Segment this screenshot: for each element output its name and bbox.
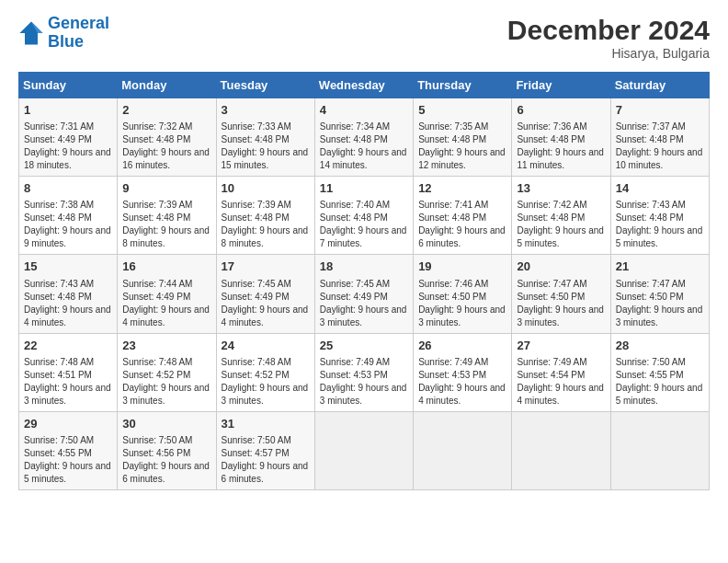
list-item: [610, 411, 709, 489]
list-item: 25 Sunrise: 7:49 AMSunset: 4:53 PMDaylig…: [314, 333, 413, 411]
list-item: 20 Sunrise: 7:47 AMSunset: 4:50 PMDaylig…: [512, 255, 610, 333]
list-item: 1 Sunrise: 7:31 AMSunset: 4:49 PMDayligh…: [19, 98, 118, 177]
list-item: 28 Sunrise: 7:50 AMSunset: 4:55 PMDaylig…: [610, 333, 709, 411]
list-item: 29 Sunrise: 7:50 AMSunset: 4:55 PMDaylig…: [19, 411, 118, 489]
list-item: [414, 411, 512, 489]
logo-general: General: [48, 14, 109, 32]
logo-text: General Blue: [48, 15, 109, 52]
list-item: 3 Sunrise: 7:33 AMSunset: 4:48 PMDayligh…: [216, 98, 314, 177]
logo-blue: Blue: [48, 33, 109, 52]
table-row: 22 Sunrise: 7:48 AMSunset: 4:51 PMDaylig…: [19, 333, 710, 411]
logo: General Blue: [18, 15, 109, 52]
list-item: 2 Sunrise: 7:32 AMSunset: 4:48 PMDayligh…: [118, 98, 216, 177]
col-tuesday: Tuesday: [216, 73, 314, 98]
list-item: 21 Sunrise: 7:47 AMSunset: 4:50 PMDaylig…: [610, 255, 709, 333]
list-item: 23 Sunrise: 7:48 AMSunset: 4:52 PMDaylig…: [118, 333, 216, 411]
list-item: 7 Sunrise: 7:37 AMSunset: 4:48 PMDayligh…: [610, 98, 709, 177]
col-friday: Friday: [512, 73, 610, 98]
list-item: 27 Sunrise: 7:49 AMSunset: 4:54 PMDaylig…: [512, 333, 610, 411]
list-item: 10 Sunrise: 7:39 AMSunset: 4:48 PMDaylig…: [216, 177, 314, 255]
list-item: 22 Sunrise: 7:48 AMSunset: 4:51 PMDaylig…: [19, 333, 118, 411]
list-item: [512, 411, 610, 489]
list-item: 30 Sunrise: 7:50 AMSunset: 4:56 PMDaylig…: [118, 411, 216, 489]
list-item: 24 Sunrise: 7:48 AMSunset: 4:52 PMDaylig…: [216, 333, 314, 411]
month-title: December 2024: [507, 15, 710, 46]
list-item: 9 Sunrise: 7:39 AMSunset: 4:48 PMDayligh…: [118, 177, 216, 255]
list-item: 17 Sunrise: 7:45 AMSunset: 4:49 PMDaylig…: [216, 255, 314, 333]
table-row: 29 Sunrise: 7:50 AMSunset: 4:55 PMDaylig…: [19, 411, 710, 489]
list-item: 4 Sunrise: 7:34 AMSunset: 4:48 PMDayligh…: [314, 98, 413, 177]
col-thursday: Thursday: [414, 73, 512, 98]
list-item: 5 Sunrise: 7:35 AMSunset: 4:48 PMDayligh…: [414, 98, 512, 177]
page: General Blue December 2024 Hisarya, Bulg…: [0, 0, 728, 500]
list-item: 18 Sunrise: 7:45 AMSunset: 4:49 PMDaylig…: [314, 255, 413, 333]
list-item: 26 Sunrise: 7:49 AMSunset: 4:53 PMDaylig…: [414, 333, 512, 411]
table-row: 1 Sunrise: 7:31 AMSunset: 4:49 PMDayligh…: [19, 98, 710, 177]
col-wednesday: Wednesday: [314, 73, 413, 98]
calendar-table: Sunday Monday Tuesday Wednesday Thursday…: [18, 72, 710, 490]
list-item: 11 Sunrise: 7:40 AMSunset: 4:48 PMDaylig…: [314, 177, 413, 255]
location: Hisarya, Bulgaria: [507, 46, 710, 61]
calendar-body: 1 Sunrise: 7:31 AMSunset: 4:49 PMDayligh…: [19, 98, 710, 490]
list-item: 6 Sunrise: 7:36 AMSunset: 4:48 PMDayligh…: [512, 98, 610, 177]
list-item: 12 Sunrise: 7:41 AMSunset: 4:48 PMDaylig…: [414, 177, 512, 255]
table-row: 8 Sunrise: 7:38 AMSunset: 4:48 PMDayligh…: [19, 177, 710, 255]
list-item: 16 Sunrise: 7:44 AMSunset: 4:49 PMDaylig…: [118, 255, 216, 333]
header-row: Sunday Monday Tuesday Wednesday Thursday…: [19, 73, 710, 98]
list-item: 31 Sunrise: 7:50 AMSunset: 4:57 PMDaylig…: [216, 411, 314, 489]
list-item: 19 Sunrise: 7:46 AMSunset: 4:50 PMDaylig…: [414, 255, 512, 333]
list-item: [314, 411, 413, 489]
list-item: 13 Sunrise: 7:42 AMSunset: 4:48 PMDaylig…: [512, 177, 610, 255]
table-row: 15 Sunrise: 7:43 AMSunset: 4:48 PMDaylig…: [19, 255, 710, 333]
calendar-header: Sunday Monday Tuesday Wednesday Thursday…: [19, 73, 710, 98]
list-item: 8 Sunrise: 7:38 AMSunset: 4:48 PMDayligh…: [19, 177, 118, 255]
title-block: December 2024 Hisarya, Bulgaria: [507, 15, 710, 61]
list-item: 15 Sunrise: 7:43 AMSunset: 4:48 PMDaylig…: [19, 255, 118, 333]
col-monday: Monday: [118, 73, 216, 98]
logo-icon: [18, 20, 44, 46]
list-item: 14 Sunrise: 7:43 AMSunset: 4:48 PMDaylig…: [610, 177, 709, 255]
col-sunday: Sunday: [19, 73, 118, 98]
header: General Blue December 2024 Hisarya, Bulg…: [18, 15, 710, 61]
col-saturday: Saturday: [610, 73, 709, 98]
